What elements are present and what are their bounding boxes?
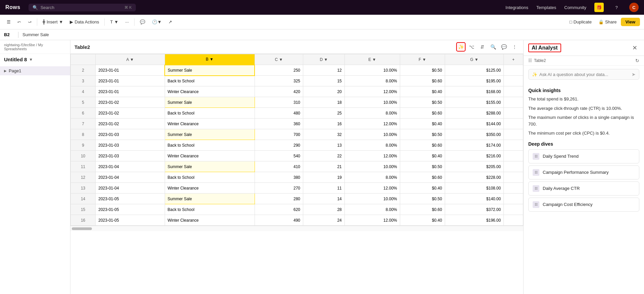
cell-2-B[interactable]: Summer Sale xyxy=(165,65,255,76)
cell-6-F[interactable]: $0.60 xyxy=(400,108,445,119)
sort-button[interactable]: ⇵ xyxy=(478,42,487,52)
title-chevron-icon[interactable]: ▼ xyxy=(29,57,33,62)
filter-button[interactable]: ⌥ xyxy=(467,42,476,52)
ai-send-icon[interactable]: ➤ xyxy=(632,72,636,77)
nav-templates[interactable]: Templates xyxy=(536,5,556,10)
deep-dive-item[interactable]: ☷Campaign Performance Summary xyxy=(528,165,639,179)
cell-9-E[interactable]: 8.00% xyxy=(344,140,400,151)
cell-5-C[interactable]: 310 xyxy=(255,97,303,108)
cell-2-D[interactable]: 12 xyxy=(303,65,345,76)
col-header-E[interactable]: E ▼ xyxy=(344,54,400,65)
cell-9-A[interactable]: 2023-01-03 xyxy=(96,140,165,151)
avatar[interactable]: C xyxy=(629,3,639,12)
cell-13-E[interactable]: 12.00% xyxy=(344,183,400,194)
cell-4-D[interactable]: 20 xyxy=(303,86,345,97)
cell-5-G[interactable]: $155.00 xyxy=(445,97,503,108)
cell-8-E[interactable]: 10.00% xyxy=(344,129,400,140)
view-button[interactable]: View xyxy=(621,18,640,26)
cell-3-F[interactable]: $0.60 xyxy=(400,76,445,86)
cell-13-G[interactable]: $108.00 xyxy=(445,183,503,194)
col-header-D[interactable]: D ▼ xyxy=(303,54,345,65)
cell-5-B[interactable]: Summer Sale xyxy=(165,97,255,108)
search-bar[interactable]: 🔍 Search ⌘ K xyxy=(29,4,136,11)
sidebar-toggle-button[interactable]: ☰ xyxy=(4,18,13,26)
cell-11-F[interactable]: $0.50 xyxy=(400,161,445,172)
cell-16-D[interactable]: 24 xyxy=(303,215,345,226)
cell-15-F[interactable]: $0.60 xyxy=(400,204,445,215)
undo-button[interactable]: ⤺ xyxy=(15,18,24,26)
cell-11-D[interactable]: 21 xyxy=(303,161,345,172)
cell-3-A[interactable]: 2023-01-01 xyxy=(96,76,165,86)
cell-8-F[interactable]: $0.50 xyxy=(400,129,445,140)
cell-5-A[interactable]: 2023-01-02 xyxy=(96,97,165,108)
cell-12-D[interactable]: 19 xyxy=(303,172,345,183)
cell-6-G[interactable]: $288.00 xyxy=(445,108,503,119)
cell-12-F[interactable]: $0.60 xyxy=(400,172,445,183)
col-header-A[interactable]: A ▼ xyxy=(96,54,165,65)
gift-icon[interactable]: 🎁 xyxy=(594,3,604,12)
cell-15-C[interactable]: 620 xyxy=(255,204,303,215)
cell-10-D[interactable]: 22 xyxy=(303,151,345,161)
cell-10-F[interactable]: $0.40 xyxy=(400,151,445,161)
cell-13-D[interactable]: 11 xyxy=(303,183,345,194)
cell-9-C[interactable]: 290 xyxy=(255,140,303,151)
cell-16-C[interactable]: 490 xyxy=(255,215,303,226)
ai-panel-close-button[interactable]: ✕ xyxy=(630,44,639,52)
sidebar-item-page1[interactable]: ▶ Page1 xyxy=(0,66,70,75)
col-header-G[interactable]: G ▼ xyxy=(445,54,503,65)
share-button[interactable]: 🔒 Share xyxy=(596,18,620,26)
insert-button[interactable]: ╋ Insert ▼ xyxy=(40,18,66,26)
cell-8-D[interactable]: 32 xyxy=(303,129,345,140)
cell-9-D[interactable]: 13 xyxy=(303,140,345,151)
cell-16-A[interactable]: 2023-01-05 xyxy=(96,215,165,226)
cell-11-E[interactable]: 10.00% xyxy=(344,161,400,172)
cell-9-G[interactable]: $174.00 xyxy=(445,140,503,151)
cell-15-E[interactable]: 8.00% xyxy=(344,204,400,215)
deep-dive-item[interactable]: ☷Daily Average CTR xyxy=(528,181,639,196)
cell-10-E[interactable]: 12.00% xyxy=(344,151,400,161)
cell-11-B[interactable]: Summer Sale xyxy=(165,161,255,172)
cell-8-B[interactable]: Summer Sale xyxy=(165,129,255,140)
cell-2-C[interactable]: 250 xyxy=(255,65,303,76)
duplicate-button[interactable]: □ Duplicate xyxy=(567,18,594,26)
cell-15-G[interactable]: $372.00 xyxy=(445,204,503,215)
cell-4-A[interactable]: 2023-01-01 xyxy=(96,86,165,97)
cell-16-E[interactable]: 12.00% xyxy=(344,215,400,226)
cell-10-C[interactable]: 540 xyxy=(255,151,303,161)
ai-ask-input[interactable] xyxy=(539,72,630,77)
nav-integrations[interactable]: Integrations xyxy=(505,5,528,10)
cell-2-G[interactable]: $125.00 xyxy=(445,65,503,76)
nav-community[interactable]: Community xyxy=(564,5,586,10)
cell-7-E[interactable]: 12.00% xyxy=(344,119,400,129)
ai-sparkle-button[interactable]: ✨ xyxy=(456,42,466,52)
cell-9-B[interactable]: Back to School xyxy=(165,140,255,151)
cell-6-C[interactable]: 480 xyxy=(255,108,303,119)
cell-12-G[interactable]: $228.00 xyxy=(445,172,503,183)
cell-15-D[interactable]: 28 xyxy=(303,204,345,215)
cell-7-F[interactable]: $0.40 xyxy=(400,119,445,129)
cell-13-A[interactable]: 2023-01-04 xyxy=(96,183,165,194)
cell-14-F[interactable]: $0.50 xyxy=(400,194,445,204)
cell-13-C[interactable]: 270 xyxy=(255,183,303,194)
more-button[interactable]: ··· xyxy=(122,18,131,26)
cell-14-G[interactable]: $140.00 xyxy=(445,194,503,204)
comment-sheet-button[interactable]: 💬 xyxy=(499,42,508,52)
cell-7-B[interactable]: Winter Clearance xyxy=(165,119,255,129)
cell-14-E[interactable]: 10.00% xyxy=(344,194,400,204)
deep-dive-item[interactable]: ☷Campaign Cost Efficiency xyxy=(528,198,639,212)
format-button[interactable]: T ▼ xyxy=(107,18,121,26)
cell-2-E[interactable]: 10.00% xyxy=(344,65,400,76)
cell-4-F[interactable]: $0.40 xyxy=(400,86,445,97)
chart-button[interactable]: ↗ xyxy=(166,18,175,26)
col-header-C[interactable]: C ▼ xyxy=(255,54,303,65)
cell-16-F[interactable]: $0.40 xyxy=(400,215,445,226)
col-header-B[interactable]: B ▼ xyxy=(165,54,255,65)
cell-6-A[interactable]: 2023-01-02 xyxy=(96,108,165,119)
cell-9-F[interactable]: $0.60 xyxy=(400,140,445,151)
cell-3-B[interactable]: Back to School xyxy=(165,76,255,86)
cell-2-A[interactable]: 2023-01-01 xyxy=(96,65,165,76)
h-scroll-thumb[interactable] xyxy=(72,227,92,230)
cell-4-E[interactable]: 12.00% xyxy=(344,86,400,97)
breadcrumb-org[interactable]: nightwing-f1fec6be xyxy=(4,43,35,47)
cell-11-G[interactable]: $205.00 xyxy=(445,161,503,172)
